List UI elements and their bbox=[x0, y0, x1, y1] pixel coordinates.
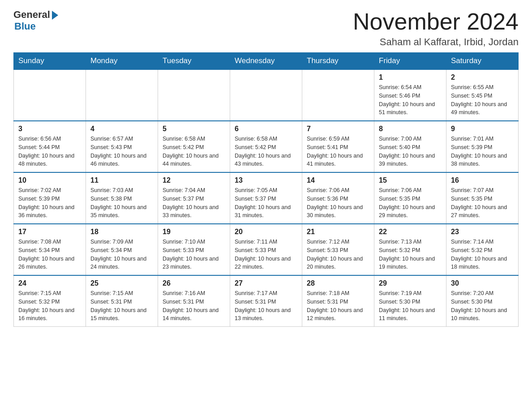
calendar-cell: 15Sunrise: 7:06 AM Sunset: 5:35 PM Dayli… bbox=[374, 172, 446, 224]
calendar-cell: 2Sunrise: 6:55 AM Sunset: 5:45 PM Daylig… bbox=[446, 69, 519, 121]
week-row-5: 24Sunrise: 7:15 AM Sunset: 5:32 PM Dayli… bbox=[14, 275, 519, 327]
calendar-cell bbox=[14, 69, 86, 121]
day-info: Sunrise: 7:08 AM Sunset: 5:34 PM Dayligh… bbox=[18, 238, 81, 271]
calendar-cell bbox=[302, 69, 374, 121]
calendar-cell: 20Sunrise: 7:11 AM Sunset: 5:33 PM Dayli… bbox=[230, 224, 302, 275]
calendar-cell: 17Sunrise: 7:08 AM Sunset: 5:34 PM Dayli… bbox=[14, 224, 86, 275]
logo-arrow-icon bbox=[52, 11, 58, 20]
day-number: 10 bbox=[18, 176, 81, 184]
day-info: Sunrise: 7:04 AM Sunset: 5:37 PM Dayligh… bbox=[163, 186, 225, 220]
month-title: November 2024 bbox=[353, 9, 519, 34]
day-info: Sunrise: 7:10 AM Sunset: 5:33 PM Dayligh… bbox=[163, 238, 225, 271]
day-info: Sunrise: 7:05 AM Sunset: 5:37 PM Dayligh… bbox=[235, 186, 297, 220]
day-info: Sunrise: 7:18 AM Sunset: 5:31 PM Dayligh… bbox=[307, 289, 369, 323]
weekday-header-tuesday: Tuesday bbox=[158, 53, 230, 70]
week-row-4: 17Sunrise: 7:08 AM Sunset: 5:34 PM Dayli… bbox=[14, 224, 519, 275]
calendar-cell: 18Sunrise: 7:09 AM Sunset: 5:34 PM Dayli… bbox=[86, 224, 158, 275]
day-info: Sunrise: 7:07 AM Sunset: 5:35 PM Dayligh… bbox=[451, 186, 514, 220]
calendar-cell: 27Sunrise: 7:17 AM Sunset: 5:31 PM Dayli… bbox=[230, 275, 302, 327]
calendar-cell: 14Sunrise: 7:06 AM Sunset: 5:36 PM Dayli… bbox=[302, 172, 374, 224]
calendar-cell: 5Sunrise: 6:58 AM Sunset: 5:42 PM Daylig… bbox=[158, 121, 230, 172]
day-info: Sunrise: 7:19 AM Sunset: 5:30 PM Dayligh… bbox=[379, 289, 442, 323]
calendar-cell: 8Sunrise: 7:00 AM Sunset: 5:40 PM Daylig… bbox=[374, 121, 446, 172]
calendar-cell: 11Sunrise: 7:03 AM Sunset: 5:38 PM Dayli… bbox=[86, 172, 158, 224]
calendar-cell: 16Sunrise: 7:07 AM Sunset: 5:35 PM Dayli… bbox=[446, 172, 519, 224]
location-text: Saham al Kaffarat, Irbid, Jordan bbox=[353, 36, 519, 48]
day-number: 18 bbox=[90, 228, 153, 236]
calendar-cell: 3Sunrise: 6:56 AM Sunset: 5:44 PM Daylig… bbox=[14, 121, 86, 172]
day-info: Sunrise: 6:56 AM Sunset: 5:44 PM Dayligh… bbox=[18, 135, 81, 168]
weekday-header-wednesday: Wednesday bbox=[230, 53, 302, 70]
week-row-2: 3Sunrise: 6:56 AM Sunset: 5:44 PM Daylig… bbox=[14, 121, 519, 172]
page-header: General Blue November 2024 Saham al Kaff… bbox=[13, 9, 519, 48]
calendar-cell: 7Sunrise: 6:59 AM Sunset: 5:41 PM Daylig… bbox=[302, 121, 374, 172]
calendar-cell: 28Sunrise: 7:18 AM Sunset: 5:31 PM Dayli… bbox=[302, 275, 374, 327]
title-block: November 2024 Saham al Kaffarat, Irbid, … bbox=[353, 9, 519, 48]
day-number: 8 bbox=[379, 125, 442, 133]
day-number: 9 bbox=[451, 125, 514, 133]
day-number: 25 bbox=[90, 279, 153, 287]
weekday-header-row: SundayMondayTuesdayWednesdayThursdayFrid… bbox=[14, 53, 519, 70]
day-info: Sunrise: 7:17 AM Sunset: 5:31 PM Dayligh… bbox=[235, 289, 297, 323]
calendar-cell bbox=[158, 69, 230, 121]
day-info: Sunrise: 7:06 AM Sunset: 5:36 PM Dayligh… bbox=[307, 186, 369, 220]
week-row-3: 10Sunrise: 7:02 AM Sunset: 5:39 PM Dayli… bbox=[14, 172, 519, 224]
weekday-header-monday: Monday bbox=[86, 53, 158, 70]
day-number: 19 bbox=[163, 228, 225, 236]
day-info: Sunrise: 6:59 AM Sunset: 5:41 PM Dayligh… bbox=[307, 135, 369, 168]
calendar-cell: 1Sunrise: 6:54 AM Sunset: 5:46 PM Daylig… bbox=[374, 69, 446, 121]
day-number: 14 bbox=[307, 176, 369, 184]
day-info: Sunrise: 6:54 AM Sunset: 5:46 PM Dayligh… bbox=[379, 83, 442, 117]
day-number: 5 bbox=[163, 125, 225, 133]
day-info: Sunrise: 6:57 AM Sunset: 5:43 PM Dayligh… bbox=[90, 135, 153, 168]
weekday-header-thursday: Thursday bbox=[302, 53, 374, 70]
calendar-cell: 26Sunrise: 7:16 AM Sunset: 5:31 PM Dayli… bbox=[158, 275, 230, 327]
day-number: 13 bbox=[235, 176, 297, 184]
day-number: 3 bbox=[18, 125, 81, 133]
weekday-header-sunday: Sunday bbox=[14, 53, 86, 70]
day-number: 1 bbox=[379, 73, 442, 81]
weekday-header-friday: Friday bbox=[374, 53, 446, 70]
calendar-cell: 22Sunrise: 7:13 AM Sunset: 5:32 PM Dayli… bbox=[374, 224, 446, 275]
day-number: 17 bbox=[18, 228, 81, 236]
day-number: 7 bbox=[307, 125, 369, 133]
day-info: Sunrise: 7:14 AM Sunset: 5:32 PM Dayligh… bbox=[451, 238, 514, 271]
calendar-cell: 6Sunrise: 6:58 AM Sunset: 5:42 PM Daylig… bbox=[230, 121, 302, 172]
day-info: Sunrise: 7:02 AM Sunset: 5:39 PM Dayligh… bbox=[18, 186, 81, 220]
calendar-cell: 13Sunrise: 7:05 AM Sunset: 5:37 PM Dayli… bbox=[230, 172, 302, 224]
calendar-cell: 12Sunrise: 7:04 AM Sunset: 5:37 PM Dayli… bbox=[158, 172, 230, 224]
day-info: Sunrise: 7:03 AM Sunset: 5:38 PM Dayligh… bbox=[90, 186, 153, 220]
calendar-cell: 21Sunrise: 7:12 AM Sunset: 5:33 PM Dayli… bbox=[302, 224, 374, 275]
day-number: 12 bbox=[163, 176, 225, 184]
day-number: 4 bbox=[90, 125, 153, 133]
calendar-cell: 30Sunrise: 7:20 AM Sunset: 5:30 PM Dayli… bbox=[446, 275, 519, 327]
day-info: Sunrise: 7:06 AM Sunset: 5:35 PM Dayligh… bbox=[379, 186, 442, 220]
day-number: 20 bbox=[235, 228, 297, 236]
day-number: 6 bbox=[235, 125, 297, 133]
day-number: 28 bbox=[307, 279, 369, 287]
day-info: Sunrise: 6:58 AM Sunset: 5:42 PM Dayligh… bbox=[163, 135, 225, 168]
day-info: Sunrise: 7:12 AM Sunset: 5:33 PM Dayligh… bbox=[307, 238, 369, 271]
day-info: Sunrise: 7:09 AM Sunset: 5:34 PM Dayligh… bbox=[90, 238, 153, 271]
day-info: Sunrise: 6:58 AM Sunset: 5:42 PM Dayligh… bbox=[235, 135, 297, 168]
day-number: 24 bbox=[18, 279, 81, 287]
day-number: 29 bbox=[379, 279, 442, 287]
day-info: Sunrise: 6:55 AM Sunset: 5:45 PM Dayligh… bbox=[451, 83, 514, 117]
day-info: Sunrise: 7:16 AM Sunset: 5:31 PM Dayligh… bbox=[163, 289, 225, 323]
day-number: 16 bbox=[451, 176, 514, 184]
calendar-cell bbox=[86, 69, 158, 121]
calendar-cell: 24Sunrise: 7:15 AM Sunset: 5:32 PM Dayli… bbox=[14, 275, 86, 327]
calendar-cell bbox=[230, 69, 302, 121]
calendar-cell: 19Sunrise: 7:10 AM Sunset: 5:33 PM Dayli… bbox=[158, 224, 230, 275]
day-number: 2 bbox=[451, 73, 514, 81]
calendar-cell: 23Sunrise: 7:14 AM Sunset: 5:32 PM Dayli… bbox=[446, 224, 519, 275]
calendar-cell: 4Sunrise: 6:57 AM Sunset: 5:43 PM Daylig… bbox=[86, 121, 158, 172]
day-info: Sunrise: 7:01 AM Sunset: 5:39 PM Dayligh… bbox=[451, 135, 514, 168]
day-number: 23 bbox=[451, 228, 514, 236]
day-info: Sunrise: 7:15 AM Sunset: 5:31 PM Dayligh… bbox=[90, 289, 153, 323]
calendar-cell: 9Sunrise: 7:01 AM Sunset: 5:39 PM Daylig… bbox=[446, 121, 519, 172]
logo: General Blue bbox=[13, 9, 58, 32]
logo-general-text: General bbox=[13, 9, 50, 21]
logo-blue-text: Blue bbox=[14, 21, 36, 32]
day-number: 27 bbox=[235, 279, 297, 287]
